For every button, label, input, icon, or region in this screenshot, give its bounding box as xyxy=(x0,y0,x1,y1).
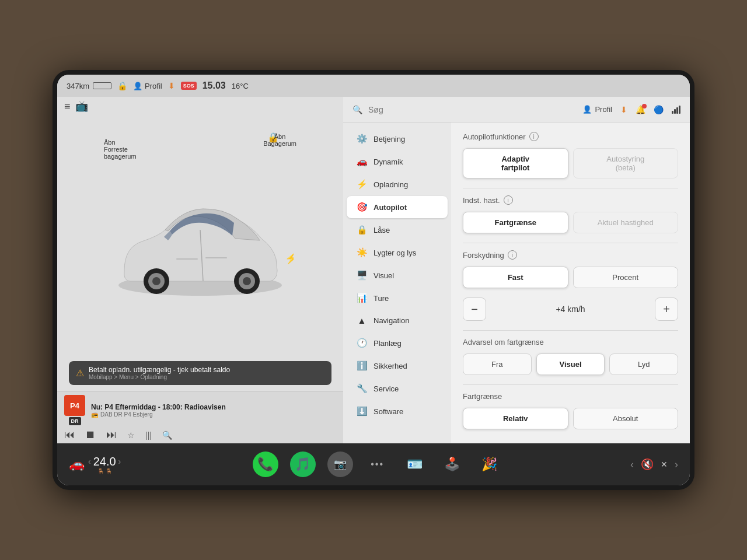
sidebar-item-opladning[interactable]: ⚡ Opladning xyxy=(347,173,448,195)
absolut-button[interactable]: Absolut xyxy=(573,408,679,429)
next-button[interactable]: ⏭ xyxy=(106,429,117,441)
forskydning-info-icon[interactable]: i xyxy=(508,250,517,260)
trunk-front-label[interactable]: ÅbnForrestebagagerum xyxy=(104,139,137,160)
sidebar-item-ture[interactable]: 📊 Ture xyxy=(347,287,448,309)
sidebar-item-planlaeg[interactable]: 🕐 Planlæg xyxy=(347,332,448,354)
forskydning-buttons: Fast Procent xyxy=(463,267,678,288)
prev-track-arrow[interactable]: ‹ xyxy=(630,459,634,471)
screen-inner: 347km 🔒 👤 Profil ⬇ SOS 15.03 16°C ≡ 📺 xyxy=(57,75,690,485)
search-media-button[interactable]: 🔍 xyxy=(162,430,172,440)
download-icon[interactable]: ⬇ xyxy=(168,81,175,90)
id-icon[interactable]: 🪪 xyxy=(402,452,428,477)
main-content: ≡ 📺 ÅbnForrestebagagerum 🔒 ÅbnBagagerum xyxy=(57,97,690,443)
camera-icon[interactable]: 📷 xyxy=(327,452,353,477)
fra-button[interactable]: Fra xyxy=(463,354,532,375)
sidebar-item-navigation[interactable]: ▲ Navigation xyxy=(347,310,448,331)
status-profile[interactable]: 👤 Profil xyxy=(133,82,162,90)
advarsel-title: Advarsel om fartgrænse xyxy=(463,338,678,346)
indst-hast-info-icon[interactable]: i xyxy=(504,195,513,205)
aktuel-button[interactable]: Aktuel hastighed xyxy=(573,212,679,233)
battery-icon xyxy=(93,82,111,89)
alert-main-text: Betalt opladn. utilgængelig - tjek ubeta… xyxy=(89,366,230,374)
search-input[interactable] xyxy=(368,105,577,114)
autopilot-info-icon[interactable]: i xyxy=(529,132,539,141)
range-display: 347km xyxy=(67,82,111,90)
relativ-button[interactable]: Relativ xyxy=(463,408,568,429)
divider-4 xyxy=(463,384,678,385)
betjening-icon: ⚙️ xyxy=(356,134,368,144)
divider-2 xyxy=(463,243,678,243)
divider-3 xyxy=(463,330,678,331)
sos-badge[interactable]: SOS xyxy=(181,82,197,90)
sidebar-item-lygter[interactable]: ☀️ Lygter og lys xyxy=(347,242,448,264)
sidebar-item-autopilot[interactable]: 🎯 Autopilot xyxy=(347,196,448,218)
top-profile-button[interactable]: 👤 Profil xyxy=(582,105,612,114)
lock-icon[interactable]: 🔒 xyxy=(117,81,127,90)
alert-icon: ⚠ xyxy=(76,368,84,379)
autopilot-section-title: Autopilotfunktioner i xyxy=(463,132,678,141)
sidebar-item-betjening[interactable]: ⚙️ Betjening xyxy=(347,128,448,150)
menu-icon[interactable]: ≡ xyxy=(64,100,71,113)
visuel-icon: 🖥️ xyxy=(356,270,368,281)
screen-icon[interactable]: 📺 xyxy=(75,100,88,113)
status-temp: 16°C xyxy=(232,82,249,90)
visuel-warning-button[interactable]: Visuel xyxy=(536,354,605,375)
media-subtitle: 📻 DAB DR P4 Esbjerg xyxy=(91,411,336,418)
fartgraense-button[interactable]: Fartgrænse xyxy=(463,212,568,233)
right-panel: 🔍 👤 Profil ⬇ 🔔 🔵 xyxy=(343,97,690,443)
party-icon[interactable]: 🎉 xyxy=(477,452,502,477)
fartgraense-section-title: Fartgrænse xyxy=(463,392,678,401)
lyd-button[interactable]: Lyd xyxy=(609,354,678,375)
radio-p4-badge: P4 xyxy=(64,395,85,416)
service-icon: 🔧 xyxy=(356,383,368,394)
left-panel: ≡ 📺 ÅbnForrestebagagerum 🔒 ÅbnBagagerum xyxy=(57,97,343,443)
sidebar-item-dynamik[interactable]: 🚗 Dynamik xyxy=(347,150,448,173)
speed-minus-button[interactable]: − xyxy=(463,298,486,321)
navigation-icon: ▲ xyxy=(356,316,368,326)
game-icon[interactable]: 🕹️ xyxy=(439,452,465,477)
favorite-button[interactable]: ☆ xyxy=(127,430,135,440)
sidebar-item-laase[interactable]: 🔒 Låse xyxy=(347,219,448,241)
sidebar-item-service[interactable]: 🔧 Service xyxy=(347,377,448,400)
left-panel-top: ≡ 📺 xyxy=(57,97,343,116)
svg-point-7 xyxy=(243,277,251,285)
sidebar-item-sikkerhed[interactable]: ℹ️ Sikkerhed xyxy=(347,355,448,377)
advarsel-buttons: Fra Visuel Lyd xyxy=(463,354,678,375)
temp-right-arrow[interactable]: › xyxy=(118,457,121,466)
sidebar-item-software[interactable]: ⬇️ Software xyxy=(347,400,448,422)
software-icon: ⬇️ xyxy=(356,406,368,416)
status-bar: 347km 🔒 👤 Profil ⬇ SOS 15.03 16°C xyxy=(57,75,690,97)
charging-alert: ⚠ Betalt opladn. utilgængelig - tjek ube… xyxy=(69,361,331,385)
media-bar: P4 DR Nu: P4 Eftermiddag - 18:00: Radioa… xyxy=(57,391,343,443)
next-track-arrow[interactable]: › xyxy=(675,459,678,471)
svg-point-4 xyxy=(152,277,160,285)
fast-button[interactable]: Fast xyxy=(463,267,568,288)
warning-section: Advarsel om fartgrænse Fra Visuel Lyd xyxy=(463,338,678,375)
speed-value: +4 km/h xyxy=(493,304,648,314)
spotify-icon[interactable]: 🎵 xyxy=(290,452,316,477)
trunk-rear-label[interactable]: ÅbnBagagerum xyxy=(263,133,296,147)
volume-x-icon[interactable]: ✕ xyxy=(661,460,668,469)
speed-control: − +4 km/h + xyxy=(463,298,678,321)
temp-left-arrow[interactable]: ‹ xyxy=(88,457,91,466)
prev-button[interactable]: ⏮ xyxy=(64,429,75,441)
autostyring-button[interactable]: Autostyring(beta) xyxy=(573,148,679,178)
split-content: ⚙️ Betjening 🚗 Dynamik ⚡ Opladning 🎯 xyxy=(343,123,690,443)
equalizer-button[interactable]: ||| xyxy=(145,430,152,440)
procent-button[interactable]: Procent xyxy=(573,267,679,288)
phone-icon[interactable]: 📞 xyxy=(253,452,278,477)
taskbar-temperature: ‹ 24.0 › 🪑 🪑 xyxy=(88,455,121,474)
more-icon[interactable]: ••• xyxy=(365,452,390,477)
planlaeg-icon: 🕐 xyxy=(356,338,368,348)
bluetooth-icon[interactable]: 🔵 xyxy=(654,105,664,114)
sidebar-item-visuel[interactable]: 🖥️ Visuel xyxy=(347,264,448,286)
volume-icon[interactable]: 🔇 xyxy=(641,458,654,471)
taskbar-icons: 📞 🎵 📷 ••• 🪪 🕹️ 🎉 xyxy=(124,452,630,477)
taskbar-car-icon[interactable]: 🚗 xyxy=(69,457,85,472)
speed-plus-button[interactable]: + xyxy=(655,298,678,321)
adaptiv-button[interactable]: Adaptivfartpilot xyxy=(463,148,568,178)
download-top-icon[interactable]: ⬇ xyxy=(620,105,627,114)
bell-icon[interactable]: 🔔 xyxy=(636,105,645,114)
seat-cool-icon: 🪑 xyxy=(106,468,112,474)
stop-button[interactable]: ⏹ xyxy=(85,429,96,441)
